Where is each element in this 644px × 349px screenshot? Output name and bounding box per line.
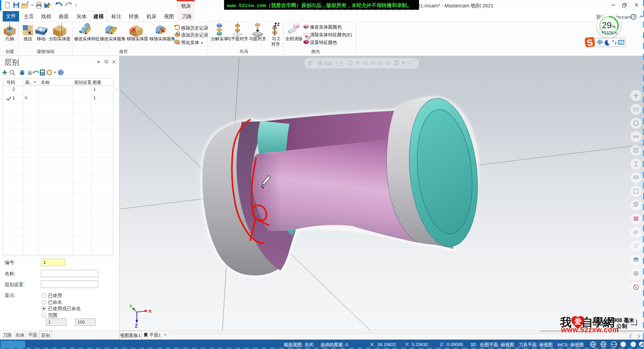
svg-text:Z: Z bbox=[135, 323, 138, 329]
svg-text:x y: x y bbox=[339, 64, 343, 67]
svg-text:Z: Z bbox=[277, 22, 280, 27]
svg-text:X: X bbox=[149, 309, 152, 314]
svg-text:Y: Y bbox=[129, 304, 132, 309]
svg-text:532K/s: 532K/s bbox=[604, 31, 617, 35]
svg-text:中: 中 bbox=[597, 39, 603, 46]
svg-text:S: S bbox=[586, 37, 594, 48]
svg-text:29: 29 bbox=[602, 20, 612, 30]
svg-text:?: ? bbox=[60, 71, 62, 75]
svg-text:?: ? bbox=[633, 15, 635, 19]
svg-text:光标: 光标 bbox=[324, 61, 333, 66]
svg-text:%: % bbox=[612, 24, 616, 29]
svg-text:爱: 爱 bbox=[574, 318, 582, 326]
